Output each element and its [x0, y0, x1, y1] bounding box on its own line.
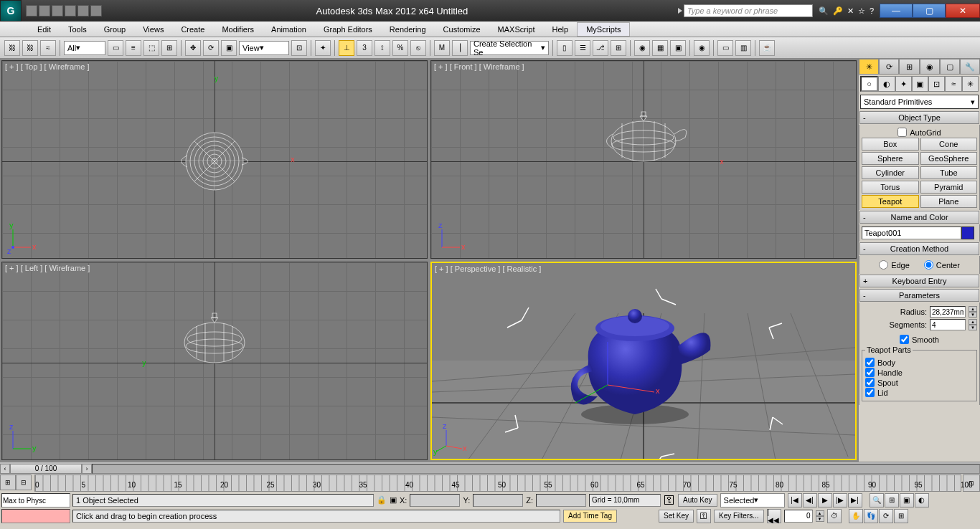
- new-icon[interactable]: [26, 5, 37, 16]
- angle-snap-icon[interactable]: 3: [357, 40, 372, 56]
- render-prod-icon[interactable]: ◉: [694, 40, 710, 56]
- viewport-perspective[interactable]: [ + ] [ Perspective ] [ Realistic ]: [430, 262, 857, 460]
- teapot-render-icon[interactable]: ☕: [759, 40, 775, 56]
- key-filters-button[interactable]: Key Filters...: [714, 510, 764, 523]
- btn-cone[interactable]: Cone: [920, 138, 978, 151]
- menu-customize[interactable]: Customize: [435, 23, 489, 36]
- layers-icon[interactable]: ☰: [575, 40, 590, 56]
- bind-icon[interactable]: ≈: [40, 40, 56, 56]
- category-dropdown[interactable]: Standard Primitives▾: [860, 95, 979, 109]
- project-icon[interactable]: [90, 5, 102, 16]
- subtab-helpers[interactable]: ⊡: [928, 76, 945, 92]
- close-button[interactable]: ✕: [946, 4, 980, 18]
- btn-tube[interactable]: Tube: [920, 166, 978, 179]
- slider-next[interactable]: ›: [82, 464, 92, 474]
- tab-utilities[interactable]: 🔧: [960, 59, 980, 75]
- menu-animation[interactable]: Animation: [263, 23, 315, 36]
- max-vp-icon[interactable]: ⊞: [894, 509, 908, 523]
- percent-snap-icon[interactable]: ⟟: [374, 40, 390, 56]
- track-key-mode[interactable]: ⊞: [0, 475, 16, 490]
- undo-icon[interactable]: [65, 5, 76, 16]
- render-frame-icon[interactable]: ▣: [670, 40, 686, 56]
- align-icon[interactable]: ⎮: [452, 40, 468, 56]
- rollout-keyboard-entry[interactable]: +Keyboard Entry: [859, 275, 979, 287]
- prev-frame-icon[interactable]: ◀|: [803, 493, 817, 507]
- container-icon[interactable]: ▥: [735, 40, 751, 56]
- ref-coord-system[interactable]: View▾: [239, 41, 289, 55]
- viewport-top[interactable]: [ + ] [ Top ] [ Wireframe ] y x yxz: [1, 60, 428, 259]
- track-bar[interactable]: 0510152025303540455055606570758085909510…: [34, 475, 961, 492]
- walk-icon[interactable]: 👣: [864, 509, 878, 523]
- segments-spinner[interactable]: ▲▼: [969, 319, 977, 330]
- btn-cylinder[interactable]: Cylinder: [862, 166, 919, 179]
- isolate-icon[interactable]: ▣: [390, 495, 397, 505]
- menu-help[interactable]: Help: [544, 23, 578, 36]
- listener-output[interactable]: [1, 509, 70, 523]
- subtab-lights[interactable]: ✦: [895, 76, 912, 92]
- radio-center[interactable]: [924, 260, 933, 270]
- menu-create[interactable]: Create: [172, 23, 213, 36]
- current-frame-input[interactable]: [784, 510, 813, 523]
- y-coord[interactable]: [473, 494, 523, 507]
- part-lid-checkbox[interactable]: [865, 388, 875, 397]
- align-tool-icon[interactable]: ▯: [557, 40, 573, 56]
- object-color-swatch[interactable]: [961, 227, 974, 239]
- select-name-icon[interactable]: ≡: [126, 40, 141, 56]
- btn-sphere[interactable]: Sphere: [862, 152, 919, 165]
- save-icon[interactable]: [52, 5, 63, 16]
- subtab-geometry[interactable]: ○: [860, 76, 878, 92]
- key-tool-icon[interactable]: ⚿: [697, 509, 711, 523]
- select-object-icon[interactable]: ▭: [108, 40, 123, 56]
- rollout-name-color[interactable]: -Name and Color: [859, 211, 979, 224]
- subtab-systems[interactable]: ✳: [962, 76, 979, 92]
- help-icon[interactable]: ?: [870, 6, 874, 16]
- menu-tools[interactable]: Tools: [60, 23, 95, 36]
- lock-icon[interactable]: 🔒: [377, 495, 387, 505]
- play-icon[interactable]: ▶: [818, 493, 832, 507]
- autogrid-checkbox[interactable]: [897, 128, 907, 137]
- maxscript-mini[interactable]: [1, 493, 70, 507]
- subtab-shapes[interactable]: ◐: [878, 76, 895, 92]
- fov-icon[interactable]: ◐: [915, 493, 929, 507]
- frame-spinner[interactable]: ▲▼: [816, 510, 824, 522]
- btn-torus[interactable]: Torus: [862, 181, 919, 194]
- next-frame-icon[interactable]: |▶: [833, 493, 847, 507]
- zoom-extents-icon[interactable]: ▣: [900, 493, 914, 507]
- move-icon[interactable]: ✥: [185, 40, 201, 56]
- window-cross-icon[interactable]: ⊞: [161, 40, 177, 56]
- rotate-icon[interactable]: ⟳: [203, 40, 219, 56]
- time-config-icon[interactable]: ⏱: [827, 509, 842, 523]
- key-mode-dropdown[interactable]: Selected▾: [720, 493, 785, 507]
- slider-track[interactable]: [92, 464, 980, 474]
- help-search[interactable]: Type a keyword or phrase: [684, 4, 813, 17]
- tab-hierarchy[interactable]: ⊞: [899, 59, 919, 75]
- zoom-icon[interactable]: 🔍: [870, 493, 884, 507]
- open-icon[interactable]: [39, 5, 50, 16]
- part-handle-checkbox[interactable]: [865, 368, 875, 377]
- subtab-spacewarps[interactable]: ≈: [945, 76, 961, 92]
- star-icon[interactable]: ☆: [858, 6, 865, 16]
- slider-thumb[interactable]: 0 / 100: [10, 464, 82, 474]
- menu-myscripts[interactable]: MyScripts: [577, 22, 630, 37]
- rollout-creation-method[interactable]: -Creation Method: [859, 242, 979, 255]
- btn-geosphere[interactable]: GeoSphere: [920, 152, 978, 165]
- subtab-cameras[interactable]: ▣: [912, 76, 928, 92]
- viewport-front[interactable]: [ + ] [ Front ] [ Wireframe ] x zx: [430, 60, 857, 259]
- tab-motion[interactable]: ◉: [920, 59, 940, 75]
- spinner-snap-icon[interactable]: %: [392, 40, 408, 56]
- tab-display[interactable]: ▢: [940, 59, 960, 75]
- material-editor-icon[interactable]: ◉: [634, 40, 650, 56]
- btn-teapot[interactable]: Teapot: [862, 195, 919, 208]
- goto-end-icon[interactable]: ▶|: [848, 493, 862, 507]
- link-icon[interactable]: ⛓: [4, 40, 20, 56]
- mirror-icon[interactable]: M: [434, 40, 450, 56]
- radio-edge[interactable]: [879, 260, 888, 270]
- rollout-object-type[interactable]: -Object Type: [859, 111, 979, 124]
- binoculars-icon[interactable]: 🔍: [819, 6, 829, 16]
- smooth-checkbox[interactable]: [900, 335, 909, 344]
- edit-sel-icon[interactable]: ⎋: [410, 40, 426, 56]
- menu-edit[interactable]: Edit: [29, 23, 60, 36]
- select-region-icon[interactable]: ⬚: [143, 40, 159, 56]
- exchange-icon[interactable]: ✕: [847, 6, 854, 16]
- part-spout-checkbox[interactable]: [865, 378, 875, 387]
